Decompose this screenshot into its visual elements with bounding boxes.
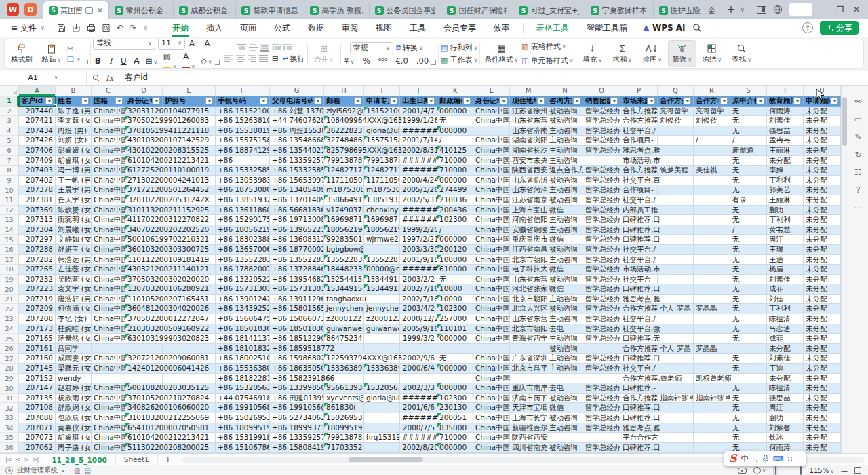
cell-G17[interactable]: +86 13552283( bbox=[270, 255, 324, 265]
cell-T14[interactable]: 黄韦慧 bbox=[767, 225, 804, 235]
cell-D32[interactable]: 340826200106060020 bbox=[125, 403, 163, 413]
cell-R17[interactable] bbox=[694, 255, 730, 265]
wrap-text-button[interactable]: ↩换行 bbox=[282, 54, 304, 64]
cell-J15[interactable]: 1997/2/21 bbox=[400, 235, 437, 245]
cell-G20[interactable]: +86 1573130169 bbox=[270, 284, 324, 294]
cell-N36[interactable]: 被动咨询 bbox=[547, 443, 583, 453]
cell-N3[interactable]: 被动咨询 bbox=[547, 116, 583, 126]
cell-D18[interactable]: 430321200211140121 bbox=[125, 265, 163, 275]
collapse-caret-icon[interactable]: ▴ bbox=[62, 468, 64, 474]
cell-J6[interactable]: 2002/8/31 bbox=[400, 146, 437, 156]
cell-U30[interactable]: 未分配 bbox=[804, 383, 841, 394]
refresh-icon[interactable]: ↻ bbox=[854, 151, 861, 159]
cell-T22[interactable]: 丁利利 bbox=[767, 304, 804, 314]
cell-B32[interactable]: 舒欣娴 (女 bbox=[56, 403, 92, 413]
row-number[interactable]: 24 bbox=[0, 324, 19, 335]
column-header-D[interactable]: D bbox=[125, 86, 163, 96]
filter-dropdown-icon[interactable] bbox=[463, 97, 471, 104]
undo-icon[interactable]: ↶ bbox=[117, 23, 123, 33]
cell-R24[interactable] bbox=[694, 324, 730, 335]
cell-O12[interactable]: 留学总经办 bbox=[583, 206, 620, 216]
cell-G32[interactable]: +86 1991056( bbox=[270, 403, 324, 413]
upload-icon[interactable]: ↑ bbox=[802, 22, 813, 33]
ime-punct-icon[interactable]: ·, bbox=[753, 455, 758, 463]
cell-G12[interactable]: +86 56681836 bbox=[270, 206, 324, 216]
cell-Q23[interactable] bbox=[658, 314, 694, 324]
cell-O35[interactable] bbox=[583, 433, 620, 443]
cell-O28[interactable]: 留学总经办 bbox=[583, 364, 620, 374]
table-style-button[interactable]: ▧表格样式∨ bbox=[521, 41, 573, 52]
cell-B18[interactable]: 左佳薇 (女 bbox=[56, 265, 92, 275]
cell-G27[interactable]: +86 1598680231 bbox=[270, 354, 324, 364]
underline-button[interactable]: U bbox=[119, 56, 129, 66]
cell-L24[interactable]: China中国 bbox=[473, 324, 510, 335]
cell-K6[interactable]: 410125 bbox=[437, 146, 473, 156]
search-icon[interactable] bbox=[692, 23, 702, 33]
cell-K3[interactable]: 无 bbox=[437, 116, 473, 126]
cell-C7[interactable]: China中国 bbox=[92, 156, 125, 166]
cell-F5[interactable]: +86 15575158 bbox=[216, 136, 270, 146]
cell-M5[interactable]: 湖南省浏阳 bbox=[510, 136, 547, 146]
cell-R22[interactable]: 罗晶晶 bbox=[694, 304, 730, 314]
cell-M29[interactable] bbox=[510, 374, 547, 384]
cell-M33[interactable]: 上海市长宁 bbox=[510, 413, 547, 423]
cell-R4[interactable] bbox=[694, 126, 730, 136]
cell-G5[interactable]: +86 1354866895 bbox=[270, 136, 324, 146]
filter-dropdown-icon[interactable] bbox=[115, 97, 123, 104]
header-cell-D1[interactable]: 身份证号 bbox=[125, 96, 163, 107]
cell-I29[interactable] bbox=[364, 374, 400, 384]
cell-U8[interactable]: 未分配 bbox=[804, 166, 841, 176]
cell-B17[interactable]: 韩浩远 (男 bbox=[56, 255, 92, 265]
column-header-O[interactable]: O bbox=[583, 86, 620, 96]
cell-B11[interactable]: 任天宇 (女 bbox=[56, 195, 92, 206]
cell-Q13[interactable] bbox=[658, 215, 694, 225]
eye-protect-icon[interactable]: ∨ bbox=[753, 467, 766, 474]
cell-U27[interactable]: 未分配 bbox=[804, 354, 841, 364]
row-number[interactable]: 6 bbox=[0, 146, 19, 156]
cell-I23[interactable]: z20001227( bbox=[364, 314, 400, 324]
tab-公式[interactable]: 公式 bbox=[265, 19, 299, 37]
cell-O19[interactable]: 留学总经办 bbox=[583, 275, 620, 285]
cell-A8[interactable]: 207403 bbox=[19, 166, 56, 176]
cell-I5[interactable]: 155751588 bbox=[364, 136, 400, 146]
cell-J7[interactable]: ######## bbox=[400, 156, 437, 166]
row-number[interactable]: 23 bbox=[0, 314, 19, 324]
cell-K9[interactable]: 000000 bbox=[437, 176, 473, 186]
cell-C14[interactable]: China中国 bbox=[92, 225, 125, 235]
next-sheet-icon[interactable]: > bbox=[24, 456, 28, 463]
cell-D25[interactable]: 630103199903020823 bbox=[125, 334, 163, 344]
link-icon[interactable]: ⚯ bbox=[854, 98, 861, 106]
cell-C20[interactable]: China中国 bbox=[92, 284, 125, 294]
cell-G33[interactable]: +86 52734062 bbox=[270, 413, 324, 423]
cell-L30[interactable]: China中国 bbox=[473, 383, 510, 394]
font-size-select[interactable]: 11∨ bbox=[158, 39, 185, 50]
quick-access-caret-icon[interactable]: ∨ bbox=[144, 25, 148, 31]
cell-S22[interactable]: 无 bbox=[730, 304, 767, 314]
cell-I20[interactable]: 153449155 bbox=[364, 284, 400, 294]
cell-R11[interactable] bbox=[694, 195, 730, 206]
grid[interactable]: ABCDEFGHIJKLMNOPQRSTU1客户id姓名国籍身份证号护照号手机号… bbox=[0, 86, 841, 453]
cell-U17[interactable]: 未分配 bbox=[804, 255, 841, 265]
find-button[interactable]: 查找∨ bbox=[728, 40, 756, 67]
cell-C25[interactable]: China中国 bbox=[92, 334, 125, 344]
row-number[interactable]: 20 bbox=[0, 284, 19, 294]
file-tab[interactable]: S英国留学生✕ bbox=[43, 1, 108, 19]
name-box[interactable]: A1∨ bbox=[0, 71, 87, 85]
cell-B16[interactable]: 舒妍玉 (女 bbox=[56, 245, 92, 255]
cell-I14[interactable]: 180562196 bbox=[364, 225, 400, 235]
cell-M4[interactable]: 山东省济南 bbox=[510, 126, 547, 136]
keyboard-icon[interactable]: ⌨ bbox=[773, 455, 784, 463]
header-cell-M1[interactable]: 现住地址 bbox=[510, 96, 547, 107]
cell-Q30[interactable] bbox=[658, 383, 694, 394]
column-header-J[interactable]: J bbox=[400, 86, 437, 96]
cell-H11[interactable]: 358664913 bbox=[324, 195, 364, 206]
cell-P7[interactable]: 市场活动,市 bbox=[620, 156, 658, 166]
fill-color-button[interactable]: ▨∨ bbox=[161, 52, 178, 69]
cell-F16[interactable]: +86 13657006 bbox=[216, 245, 270, 255]
cell-J33[interactable]: ######## bbox=[400, 413, 437, 423]
cell-O32[interactable]: 留学总经办 bbox=[583, 403, 620, 413]
cell-N15[interactable]: 微信 bbox=[547, 235, 583, 245]
row-number[interactable]: 17 bbox=[0, 255, 19, 265]
align-center-icon[interactable] bbox=[236, 55, 245, 62]
cell-B4[interactable]: 周煜 (男) bbox=[56, 126, 92, 136]
